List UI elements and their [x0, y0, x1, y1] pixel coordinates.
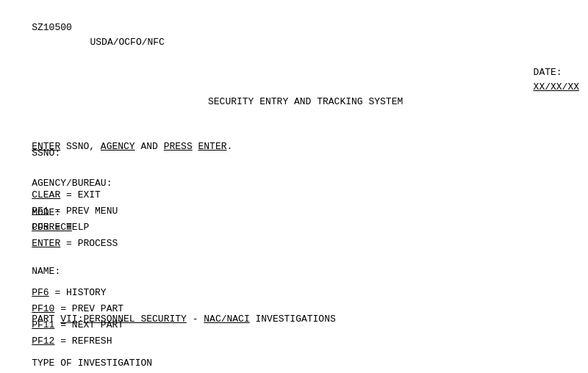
date-label: DATE: [534, 67, 562, 78]
header-row2: SECURITY ENTRY AND TRACKING SYSTEM [9, 80, 579, 124]
clear-key[interactable]: CLEAR [32, 189, 60, 200]
pf1-key[interactable]: PF1 [32, 206, 49, 217]
footer-line2: PF6 = HISTORY PF10 = PREV PART PF11 = NE… [9, 268, 579, 366]
footer-line1: CLEAR = EXIT PF1 = PREV MENU PF5 = HELP … [9, 171, 579, 269]
date-area: DATE: XX/XX/XX [499, 50, 579, 109]
footer-instruction: ENTER SSNO, AGENCY AND PRESS ENTER. [9, 123, 579, 171]
date-value: XX/XX/XX [534, 82, 579, 93]
pf12-key[interactable]: PF12 [32, 336, 54, 347]
header-row1: SZ10500 USDA/OCFO/NFC DATE: XX/XX/XX [9, 6, 579, 80]
header: SZ10500 USDA/OCFO/NFC DATE: XX/XX/XX SEC… [9, 6, 579, 124]
pf5-key[interactable]: PF5 [32, 222, 49, 233]
system-id: SZ10500 [32, 22, 72, 33]
pf6-key[interactable]: PF6 [32, 287, 49, 298]
enter-key[interactable]: ENTER [32, 238, 60, 249]
pf11-key[interactable]: PF11 [32, 319, 54, 330]
footer: ENTER SSNO, AGENCY AND PRESS ENTER. CLEA… [9, 123, 579, 366]
subtitle: SECURITY ENTRY AND TRACKING SYSTEM [208, 96, 403, 107]
agency-name: USDA/OCFO/NFC [32, 35, 223, 50]
pf10-key[interactable]: PF10 [32, 303, 54, 314]
